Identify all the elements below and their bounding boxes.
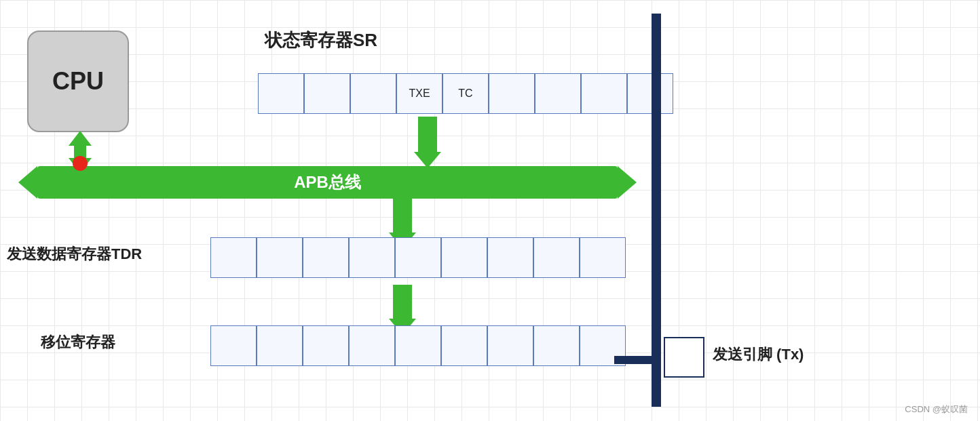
shift-cell-3 — [349, 325, 395, 366]
tdr-cell-0 — [210, 237, 257, 278]
arrow-shaft-2 — [393, 285, 412, 319]
tx-label: 发送引脚 (Tx) — [713, 344, 804, 365]
sr-cell-1 — [304, 73, 350, 114]
arrow-shaft-1 — [393, 199, 412, 233]
apb-label: APB总线 — [294, 172, 361, 193]
sr-cell-7 — [581, 73, 627, 114]
vertical-bus-line — [652, 14, 661, 407]
tdr-cell-5 — [441, 237, 487, 278]
shift-cell-6 — [487, 325, 533, 366]
tdr-cell-2 — [303, 237, 349, 278]
sr-cell-2 — [350, 73, 396, 114]
sr-cell-tc: TC — [442, 73, 489, 114]
cpu-box: CPU — [27, 31, 129, 132]
tx-pin-box — [664, 337, 704, 378]
apb-bus: APB总线 — [37, 166, 618, 199]
sr-register: TXE TC — [258, 73, 673, 114]
tdr-cell-3 — [349, 237, 395, 278]
sr-cell-8 — [627, 73, 673, 114]
sr-cell-0 — [258, 73, 304, 114]
shift-register — [210, 325, 626, 366]
tdr-cell-1 — [257, 237, 303, 278]
sr-cell-txe: TXE — [396, 73, 442, 114]
shift-cell-4 — [395, 325, 441, 366]
tdr-label: 发送数据寄存器TDR — [7, 244, 142, 264]
shift-cell-1 — [257, 325, 303, 366]
shift-cell-7 — [533, 325, 580, 366]
tdr-cell-7 — [533, 237, 580, 278]
svg-marker-0 — [69, 131, 92, 146]
tdr-cell-4 — [395, 237, 441, 278]
sr-to-apb-arrow — [414, 117, 441, 168]
red-dot — [73, 156, 88, 171]
shift-label: 移位寄存器 — [41, 332, 115, 353]
tdr-cell-6 — [487, 237, 533, 278]
watermark: CSDN @蚁叹菌 — [905, 403, 968, 416]
shift-cell-2 — [303, 325, 349, 366]
sr-title: 状态寄存器SR — [265, 28, 377, 52]
shift-cell-0 — [210, 325, 257, 366]
arrow-shaft — [418, 117, 437, 152]
tdr-register — [210, 237, 626, 278]
sr-cell-6 — [535, 73, 581, 114]
cpu-label: CPU — [52, 67, 104, 96]
shift-to-line-connector — [614, 356, 655, 364]
shift-cell-5 — [441, 325, 487, 366]
tdr-cell-8 — [580, 237, 626, 278]
sr-cell-5 — [489, 73, 535, 114]
